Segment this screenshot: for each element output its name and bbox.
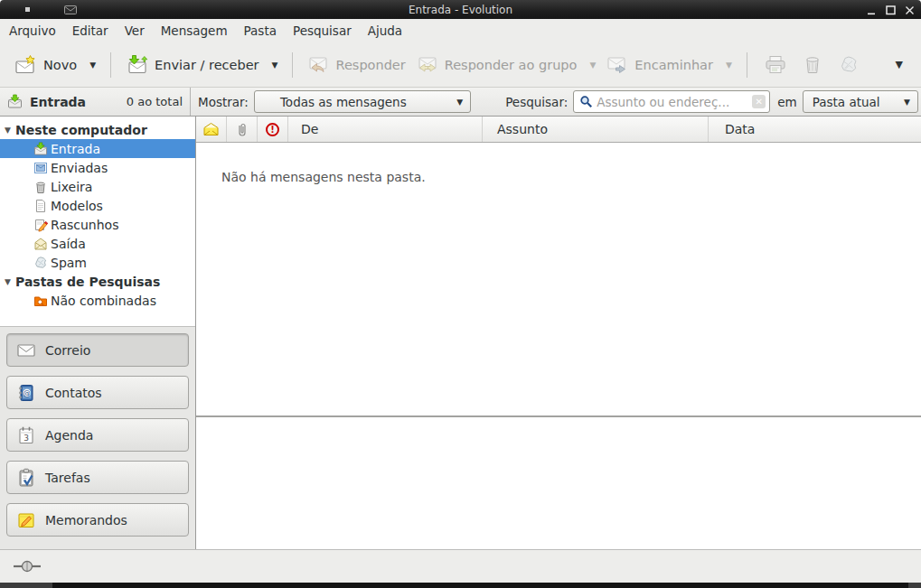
show-filter-dropdown[interactable]: Todas as mensagens ▼	[254, 90, 471, 113]
menu-ver[interactable]: Ver	[117, 20, 153, 42]
memo-icon	[16, 510, 36, 530]
evolution-window: Entrada - Evolution Arquivo Editar Ver M…	[0, 0, 921, 588]
search-scope-dropdown[interactable]: Pasta atual ▼	[803, 90, 918, 113]
column-attachment[interactable]	[227, 117, 258, 142]
tree-group-label: Neste computador	[15, 123, 147, 137]
forward-dropdown-arrow-icon[interactable]: ▼	[726, 61, 732, 70]
folder-tree: ▼ Neste computador Entrada Enviadas	[0, 117, 195, 326]
reply-button[interactable]: Responder	[302, 49, 410, 81]
switcher-label: Memorandos	[45, 513, 127, 527]
reply-icon	[307, 54, 329, 76]
menu-pesquisar[interactable]: Pesquisar	[285, 20, 360, 42]
search-input[interactable]	[593, 95, 752, 109]
reply-group-icon	[417, 54, 438, 76]
window-menu-dot[interactable]	[25, 7, 30, 12]
show-label: Mostrar:	[198, 95, 249, 109]
folder-label: Não combinadas	[51, 294, 156, 308]
expander-icon[interactable]: ▼	[5, 126, 15, 135]
inbox-icon	[33, 142, 48, 156]
current-folder-name: Entrada	[30, 95, 86, 109]
folder-label: Enviadas	[51, 161, 108, 175]
column-label: Data	[725, 122, 755, 136]
menu-ajuda[interactable]: Ajuda	[360, 20, 410, 42]
show-filter-arrow-icon: ▼	[456, 98, 463, 107]
new-dropdown-arrow-icon[interactable]: ▼	[89, 61, 96, 70]
draft-icon	[33, 218, 48, 232]
sidebar-folder-modelos[interactable]: Modelos	[0, 196, 195, 215]
folder-label: Modelos	[51, 199, 103, 213]
folder-message-count: 0 ao total	[127, 95, 183, 108]
folder-label: Rascunhos	[51, 218, 118, 232]
menubar: Arquivo Editar Ver Mensagem Pasta Pesqui…	[0, 19, 921, 42]
new-button[interactable]: Novo ▼	[9, 49, 101, 81]
print-button[interactable]	[757, 49, 794, 81]
forward-button[interactable]: Encaminhar ▼	[601, 49, 738, 81]
switcher-label: Tarefas	[45, 471, 90, 485]
reply-group-dropdown-arrow-icon[interactable]: ▼	[589, 61, 596, 70]
switcher-label: Agenda	[45, 428, 93, 443]
menu-editar[interactable]: Editar	[64, 20, 117, 42]
search-label: Pesquisar:	[505, 95, 568, 109]
column-label: De	[301, 122, 318, 136]
send-receive-icon	[126, 54, 148, 76]
column-de[interactable]: De	[288, 117, 483, 142]
status-bar	[0, 549, 921, 583]
switcher-tarefas-button[interactable]: Tarefas	[6, 461, 189, 494]
new-mail-icon	[14, 54, 37, 76]
sidebar-folder-lixeira[interactable]: Lixeira	[0, 177, 195, 196]
edge-strip-right	[908, 583, 921, 588]
switcher-memorandos-button[interactable]: Memorandos	[6, 503, 189, 537]
forward-icon	[606, 54, 628, 76]
folder-bar: Entrada 0 ao total Mostrar: Todas as men…	[0, 88, 921, 117]
trash-icon	[802, 54, 823, 76]
folder-label: Entrada	[51, 142, 100, 156]
switcher-agenda-button[interactable]: 3 Agenda	[6, 418, 189, 452]
minimize-icon[interactable]	[865, 5, 878, 15]
sidebar-folder-enviadas[interactable]: Enviadas	[0, 158, 195, 177]
scope-label: em	[777, 95, 796, 109]
inbox-icon	[7, 94, 23, 109]
switcher-correio-button[interactable]: Correio	[6, 333, 189, 367]
message-list-body[interactable]: Não há mensagens nesta pasta.	[196, 143, 921, 415]
sidebar-folder-rascunhos[interactable]: Rascunhos	[0, 215, 195, 234]
sidebar-folder-spam[interactable]: Spam	[0, 253, 195, 272]
contacts-icon: @	[16, 383, 36, 403]
sidebar-folder-saida[interactable]: Saída	[0, 234, 195, 253]
send-receive-button[interactable]: Enviar / receber ▼	[120, 49, 283, 81]
plug-icon[interactable]	[13, 559, 42, 574]
sidebar-folder-nao-combinadas[interactable]: Não combinadas	[0, 291, 195, 310]
current-folder-summary: Entrada 0 ao total	[0, 88, 190, 116]
column-flag-status[interactable]	[196, 117, 227, 142]
reply-group-button[interactable]: Responder ao grupo ▼	[411, 49, 602, 81]
menu-arquivo[interactable]: Arquivo	[1, 20, 64, 42]
column-data[interactable]: Data	[709, 117, 921, 142]
column-priority[interactable]: !	[258, 117, 288, 142]
clear-search-icon[interactable]: ✕	[752, 95, 766, 108]
send-receive-dropdown-arrow-icon[interactable]: ▼	[272, 61, 278, 70]
column-assunto[interactable]: Assunto	[483, 117, 709, 142]
search-folder-icon	[33, 294, 48, 308]
tree-group-search-folders[interactable]: ▼ Pastas de Pesquisas	[0, 272, 195, 291]
message-list-header: ! De Assunto Data	[196, 117, 921, 143]
close-icon[interactable]	[903, 5, 916, 15]
switcher-contatos-button[interactable]: @ Contatos	[6, 376, 189, 409]
menu-pasta[interactable]: Pasta	[236, 20, 285, 42]
document-icon	[33, 199, 48, 213]
delete-button[interactable]	[794, 49, 831, 81]
menu-mensagem[interactable]: Mensagem	[153, 20, 236, 42]
new-button-label: Novo	[43, 58, 77, 72]
tree-group-this-computer[interactable]: ▼ Neste computador	[0, 120, 195, 139]
toolbar-overflow-chevron-icon[interactable]: ▼	[896, 59, 903, 70]
junk-button[interactable]	[831, 49, 867, 81]
sidebar-folder-entrada[interactable]: Entrada	[0, 139, 195, 158]
forward-label: Encaminhar	[634, 58, 713, 72]
column-label: Assunto	[497, 122, 548, 136]
magnifier-icon[interactable]	[579, 95, 593, 108]
preview-pane[interactable]	[196, 417, 921, 549]
expander-icon[interactable]: ▼	[5, 277, 15, 286]
priority-icon: !	[266, 123, 279, 136]
calendar-icon: 3	[16, 425, 36, 445]
maximize-icon[interactable]	[884, 5, 897, 15]
empty-folder-message: Não há mensagens nesta pasta.	[221, 170, 426, 184]
switcher-label: Correio	[45, 343, 90, 358]
